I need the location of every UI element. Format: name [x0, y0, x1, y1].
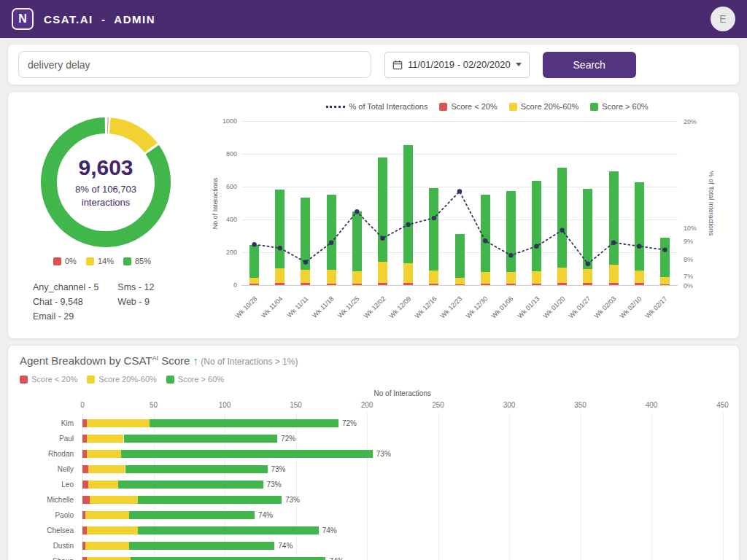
brand-logo-icon: N — [12, 8, 34, 30]
bar-segment-green — [138, 496, 282, 504]
agent-legend: Score < 20%Score 20%-60%Score > 60% — [20, 373, 727, 385]
x-axis-title: No of Interactions — [359, 389, 446, 397]
bar-segment-red — [327, 284, 336, 285]
gridline-x — [581, 413, 581, 560]
calendar-icon — [392, 60, 403, 70]
title-superscript: AI — [152, 354, 158, 362]
gridline-x — [509, 413, 510, 560]
agent-name-label: Chelsea — [20, 523, 74, 538]
bar-segment-green — [150, 419, 338, 427]
gridline-y — [241, 285, 678, 286]
legend-item: 85% — [123, 257, 151, 265]
bar-segment-red — [532, 284, 541, 285]
bar-segment-yellow — [378, 262, 387, 283]
bar-segment-yellow — [609, 265, 619, 283]
bar-segment-yellow — [87, 450, 121, 458]
y-axis-left-tick: 200 — [214, 249, 237, 256]
channel-count: Web - 9 — [117, 295, 154, 309]
donut-caption: 8% of 106,703interactions — [75, 183, 136, 209]
legend-label: Score > 60% — [178, 375, 224, 384]
y-axis-right-tick: 20% — [684, 118, 697, 125]
bar-segment-yellow — [275, 268, 285, 283]
bar-segment-red — [403, 283, 413, 285]
x-axis-tick-label: 350 — [574, 401, 587, 409]
legend-label: 14% — [98, 257, 114, 265]
gridline-y — [241, 154, 678, 155]
agent-score-percent: 74% — [322, 526, 337, 534]
agent-name-label: Rhodan — [20, 446, 74, 462]
legend-label: Score > 60% — [602, 102, 648, 111]
bar-segment-yellow — [660, 277, 670, 284]
date-range-value: 11/01/2019 - 02/20/2020 — [408, 59, 511, 70]
gridline-x — [723, 413, 724, 560]
channel-count: Chat - 9,548 — [33, 295, 98, 309]
agent-name-label: Leo — [20, 477, 74, 492]
channel-column: Any_channel - 5Chat - 9,548Email - 29 — [33, 280, 98, 324]
y-axis-right-title: % of Total Interactions — [708, 171, 715, 235]
gridline-y — [241, 121, 678, 122]
bar-segment-yellow — [403, 263, 413, 283]
bar-segment-green — [129, 542, 274, 550]
agent-score-percent: 73% — [271, 465, 286, 473]
donut-caption-line: 8% of 106,703 — [75, 183, 136, 196]
agent-name-label: Michelle — [20, 492, 74, 508]
bar-segment-yellow — [429, 271, 438, 284]
x-axis-tick-label: 150 — [290, 401, 302, 409]
bar-segment-green — [635, 182, 644, 271]
bar-segment-red — [82, 481, 88, 489]
search-bar: 11/01/2019 - 02/20/2020 Search — [7, 44, 740, 85]
agent-score-percent: 72% — [342, 419, 357, 427]
legend-swatch — [439, 103, 447, 111]
y-axis-left-title: No of Interactions — [212, 177, 219, 229]
channel-column: Sms - 12Web - 9 — [117, 280, 154, 324]
bar-segment-red — [275, 283, 285, 285]
sort-ascending-arrow-icon[interactable]: ↑ — [193, 354, 199, 367]
agent-name-label: Shaun — [20, 553, 74, 560]
x-axis-tick-label: 100 — [219, 401, 231, 409]
search-input[interactable] — [18, 51, 371, 78]
bar-segment-yellow — [249, 278, 259, 284]
bar-segment-red — [557, 283, 567, 285]
legend-label: 0% — [65, 257, 77, 265]
date-range-picker[interactable]: 11/01/2019 - 02/20/2020 — [384, 52, 530, 78]
bar-segment-red — [82, 465, 88, 473]
bar-segment-red — [301, 283, 310, 285]
x-axis-tick-label: 300 — [503, 401, 516, 409]
search-button[interactable]: Search — [543, 52, 636, 78]
legend-item: Score < 20% — [439, 102, 497, 111]
bar-segment-green — [125, 465, 268, 473]
legend-item: Score 20%-60% — [509, 102, 579, 111]
agent-score-percent: 72% — [281, 435, 295, 443]
y-axis-right-tick: 8% — [684, 256, 693, 263]
agent-name-label: Paul — [20, 431, 74, 446]
legend-line-item: % of Total Interactions — [326, 102, 427, 111]
bar-segment-yellow — [88, 481, 118, 489]
agent-breakdown-title: Agent Breakdown by CSATAI Score ↑ (No of… — [20, 354, 727, 367]
legend-swatch — [20, 376, 28, 384]
weekly-chart: 020040060080010000%7%8%9%10%20%No of Int… — [206, 117, 717, 335]
bar-segment-yellow — [87, 526, 138, 534]
bar-segment-green — [249, 245, 259, 278]
bar-segment-red — [583, 283, 592, 285]
gridline-x — [438, 413, 439, 560]
x-axis-tick-label: 0 — [80, 401, 85, 409]
legend-label: Score 20%-60% — [521, 102, 579, 111]
channel-count: Email - 29 — [33, 309, 98, 324]
bar-segment-green — [378, 158, 387, 262]
bar-segment-red — [455, 284, 465, 285]
legend-swatch — [590, 103, 598, 111]
bar-segment-green — [138, 526, 319, 534]
agent-name-label: Nelly — [20, 462, 74, 477]
bar-segment-yellow — [87, 435, 124, 443]
donut-section: 9,603 8% of 106,703interactions 0%14%85%… — [15, 99, 199, 331]
bar-segment-green — [118, 481, 263, 489]
bar-segment-green — [352, 211, 362, 271]
bar-segment-green — [506, 191, 516, 272]
user-avatar[interactable]: E — [711, 7, 735, 31]
x-axis-tick-label: 400 — [646, 401, 658, 409]
trend-point — [457, 189, 462, 193]
bar-segment-green — [301, 198, 310, 270]
agent-score-percent: 74% — [278, 542, 293, 550]
bar-segment-green — [129, 511, 255, 519]
gridline-x — [296, 413, 297, 560]
